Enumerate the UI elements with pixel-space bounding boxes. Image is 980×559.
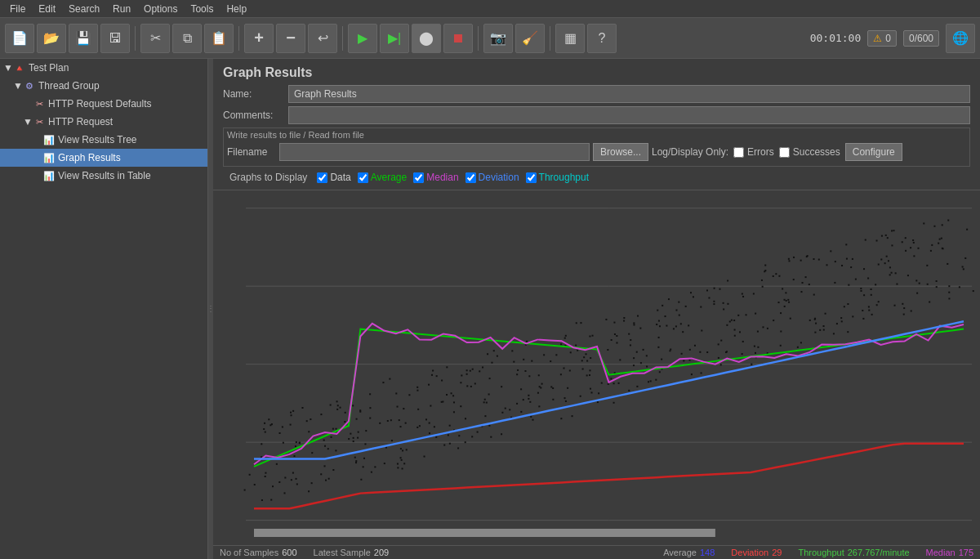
open-button[interactable]: 📂 [37,24,66,53]
http-defaults-icon: ✂ [33,97,46,110]
view-results-table-label: View Results in Table [58,170,151,181]
start-button[interactable]: ▶ [348,24,377,53]
help-button[interactable]: ? [587,24,617,53]
data-check: Data [317,172,350,183]
table-button[interactable]: ▦ [555,24,585,53]
new-button[interactable]: 📄 [5,24,34,53]
menu-run[interactable]: Run [106,2,137,16]
successes-checkbox[interactable] [779,147,790,158]
http-request-icon: ✂ [33,115,46,128]
errors-checkbox-group: Errors [733,146,774,158]
page-title: Graph Results [223,65,970,80]
stat-deviation: Deviation 29 [731,548,782,557]
main-layout: ▼ 🔺 Test Plan ▼ ⚙ Thread Group ✂ HTTP Re… [0,59,980,559]
test-plan-label: Test Plan [29,62,69,74]
graphs-label: Graphs to Display [229,172,307,183]
http-defaults-label: HTTP Request Defaults [48,98,152,110]
sidebar-item-test-plan[interactable]: ▼ 🔺 Test Plan [0,59,207,77]
configure-button[interactable]: Configure [845,143,902,161]
browse-button[interactable]: Browse... [593,143,648,161]
sidebar-item-http-request[interactable]: ▼ ✂ HTTP Request [0,113,207,131]
latest-label: Latest Sample [314,548,371,557]
menu-bar: File Edit Search Run Options Tools Help [0,0,980,18]
graph-canvas [213,190,980,545]
name-row: Name: [223,85,970,103]
filename-input[interactable] [279,143,590,161]
broom-button[interactable]: 🧹 [515,24,545,53]
save-button[interactable]: 💾 [69,24,98,53]
comments-row: Comments: [223,106,970,124]
add-button[interactable]: + [244,24,274,53]
comments-input[interactable] [288,106,970,124]
toggle-test-plan[interactable]: ▼ [3,62,13,74]
view-results-tree-label: View Results Tree [58,134,137,145]
data-label: Data [330,172,350,183]
successes-checkbox-group: Successes [779,146,840,158]
sep3 [342,26,343,51]
remove-button[interactable]: − [276,24,305,53]
samples-value: 600 [282,548,296,557]
menu-search[interactable]: Search [62,2,106,16]
pause-button[interactable]: ⬤ [412,24,441,53]
deviation-label: Deviation [479,172,519,183]
warning-badge: ⚠ 0 [867,30,897,47]
timer-display: 00:01:00 [810,32,862,44]
log-display-label: Log/Display Only: [652,146,728,158]
average-stat-value: 148 [700,548,715,557]
median-checkbox[interactable] [413,172,424,183]
write-results-section: Write results to file / Read from file F… [223,127,970,167]
content-header: Graph Results Name: Comments: Write resu… [213,59,980,190]
graph-results-icon: 📊 [42,151,56,164]
samples-label: No of Samples [220,548,278,557]
stats-bar: No of Samples 600 Latest Sample 209 Aver… [213,545,980,559]
name-input[interactable] [288,85,970,103]
menu-tools[interactable]: Tools [184,2,220,16]
chart-area: 173 ms 0 ms [213,190,980,545]
menu-help[interactable]: Help [220,2,253,16]
graphs-display-row: Graphs to Display Data Average Median De… [223,168,970,186]
sep5 [550,26,550,51]
stop-button[interactable]: ⏹ [443,24,473,53]
remote-start-button[interactable]: 🌐 [946,24,975,53]
average-check: Average [358,172,407,183]
shutter-button[interactable]: 📷 [483,24,513,53]
deviation-stat-value: 29 [772,548,782,557]
run-counter: 0/600 [903,30,939,47]
thread-group-label: Thread Group [38,80,100,92]
saveas-button[interactable]: 🖫 [100,24,130,53]
graph-results-label: Graph Results [58,152,121,163]
median-label: Median [426,172,458,183]
sidebar-item-graph-results[interactable]: 📊 Graph Results [0,149,207,167]
menu-file[interactable]: File [3,2,32,16]
stat-median: Median 175 [926,548,973,557]
sidebar-item-view-results-tree[interactable]: 📊 View Results Tree [0,131,207,149]
median-stat-value: 175 [959,548,973,557]
copy-button[interactable]: ⧉ [172,24,202,53]
sidebar-item-thread-group[interactable]: ▼ ⚙ Thread Group [0,77,207,95]
stat-latest: Latest Sample 209 [314,548,390,557]
filename-label: Filename [227,146,276,158]
log-display-section: Log/Display Only: Errors Successes Confi… [652,143,902,161]
data-checkbox[interactable] [317,172,327,183]
cut-button[interactable]: ✂ [140,24,170,53]
sidebar-item-view-results-table[interactable]: 📊 View Results in Table [0,167,207,185]
menu-options[interactable]: Options [137,2,184,16]
median-stat-label: Median [926,548,956,557]
errors-checkbox[interactable] [733,147,744,158]
clear-button[interactable]: ↩ [308,24,337,53]
throughput-checkbox[interactable] [526,172,537,183]
throughput-label: Throughput [539,172,589,183]
deviation-checkbox[interactable] [466,172,476,183]
sidebar-item-http-defaults[interactable]: ✂ HTTP Request Defaults [0,95,207,113]
latest-value: 209 [374,548,389,557]
toggle-thread-group[interactable]: ▼ [13,80,23,92]
menu-edit[interactable]: Edit [32,2,62,16]
toggle-http-request[interactable]: ▼ [23,116,33,127]
paste-button[interactable]: 📋 [204,24,234,53]
test-plan-icon: 🔺 [13,61,26,74]
average-checkbox[interactable] [358,172,368,183]
average-stat-label: Average [663,548,697,557]
start-no-pause-button[interactable]: ▶| [380,24,409,53]
toolbar: 📄 📂 💾 🖫 ✂ ⧉ 📋 + − ↩ ▶ ▶| ⬤ ⏹ 📷 🧹 ▦ ? 00:… [0,18,980,59]
view-results-table-icon: 📊 [42,169,56,182]
